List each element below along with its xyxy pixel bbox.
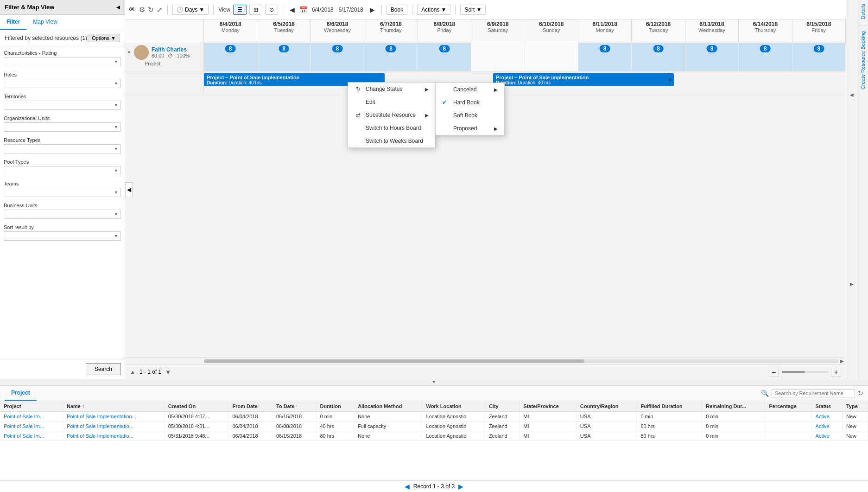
context-menu-item-substitute[interactable]: ⇄ Substitute Resource ▶	[348, 109, 435, 121]
zoom-in-button[interactable]: +	[831, 367, 841, 377]
col-header-state[interactable]: State/Province	[520, 401, 577, 412]
grid-view-button[interactable]: ⊞	[249, 5, 262, 15]
date-header-7: 6/11/2018 Monday	[578, 19, 632, 43]
options-button[interactable]: Options ▼	[88, 34, 120, 42]
col-header-city[interactable]: City	[485, 401, 519, 412]
context-menu-item-weeks-board[interactable]: Switch to Weeks Board	[348, 134, 435, 147]
row1-status-link[interactable]: Active	[816, 423, 830, 429]
col-header-duration[interactable]: Duration	[316, 401, 354, 412]
filter-select-territories[interactable]	[4, 101, 121, 110]
sidebar-collapse-icon[interactable]: ◀	[116, 5, 120, 10]
col-header-created-on[interactable]: Created On	[164, 401, 228, 412]
details-tab-button[interactable]: Details	[858, 0, 868, 23]
search-button[interactable]: Search	[86, 363, 121, 375]
row0-name-link[interactable]: Point of Sale Implementation...	[67, 414, 136, 419]
list-view-button[interactable]: ☰	[233, 5, 247, 15]
row1-name-link[interactable]: Point of Sale Implementatio...	[67, 423, 133, 429]
col-header-duration-label: Duration	[320, 403, 341, 409]
bottom-search-input[interactable]	[772, 389, 855, 397]
date-label-2: 6/6/2018	[312, 21, 363, 27]
tab-filter[interactable]: Filter	[0, 15, 26, 30]
resource-expand-icon[interactable]: ▼	[127, 50, 131, 55]
calendar-view-button[interactable]: ⊙	[265, 5, 278, 15]
filter-select-sort-result[interactable]	[4, 231, 121, 241]
row2-percentage	[765, 431, 811, 441]
zoom-out-button[interactable]: –	[769, 367, 779, 377]
col-header-remaining[interactable]: Remaining Dur...	[702, 401, 765, 412]
row2-project-link[interactable]: Point of Sale Im...	[4, 433, 44, 439]
col-header-type[interactable]: Type	[842, 401, 868, 412]
bar-end-indicator	[668, 78, 672, 82]
context-menu-item-change-status[interactable]: ↻ Change Status ▶ Canceled ▶	[348, 83, 435, 96]
submenu-item-hard-book[interactable]: ✔ Hard Book	[436, 96, 504, 109]
context-menu-item-edit[interactable]: Edit	[348, 96, 435, 109]
submenu-item-soft-book[interactable]: Soft Book	[436, 109, 504, 122]
col-header-to-date-label: To Date	[276, 403, 295, 409]
bottom-table-scroll[interactable]: Project Name ↑ Created On From Date To D…	[0, 401, 868, 480]
filter-select-roles[interactable]	[4, 79, 121, 88]
refresh-icon[interactable]: ↻	[148, 6, 154, 14]
change-status-label: Change Status	[366, 86, 402, 92]
bottom-tab-project[interactable]: Project	[5, 386, 37, 401]
scroll-right-arrow[interactable]: ▶	[838, 358, 846, 364]
filter-select-teams[interactable]	[4, 188, 121, 197]
col-header-to-date[interactable]: To Date	[272, 401, 316, 412]
next-date-button[interactable]: ▶	[368, 5, 377, 14]
next-page-button[interactable]: ▶	[458, 483, 463, 490]
bottom-refresh-btn[interactable]: ↻	[858, 390, 863, 397]
row2-name-link[interactable]: Point of Sale Implementatio...	[67, 433, 133, 439]
section-collapse-bar[interactable]: ▼	[0, 379, 868, 385]
col-header-status[interactable]: Status	[811, 401, 842, 412]
filter-select-pool-types[interactable]	[4, 166, 121, 175]
row0-status-link[interactable]: Active	[816, 414, 830, 419]
prev-date-button[interactable]: ◀	[288, 5, 297, 14]
col-header-allocation[interactable]: Allocation Method	[354, 401, 422, 412]
row1-project-link[interactable]: Point of Sale Im...	[4, 423, 44, 429]
col-header-allocation-label: Allocation Method	[358, 403, 402, 409]
tab-map-view[interactable]: Map View	[26, 15, 63, 30]
actions-label: Actions	[421, 6, 439, 13]
col-header-from-date[interactable]: From Date	[228, 401, 272, 412]
bottom-search-icon-btn[interactable]: 🔍	[761, 390, 769, 397]
filter-select-resource-types[interactable]	[4, 144, 121, 153]
col-header-work-location[interactable]: Work Location	[422, 401, 485, 412]
booking-bar-2[interactable]: Project – Point of Sale implementation D…	[493, 73, 674, 86]
calendar-grid-wrapper[interactable]: 6/4/2018 Monday 6/5/2018 Tuesday 6/6/201…	[125, 19, 846, 357]
submenu-item-proposed[interactable]: Proposed ▶	[436, 122, 504, 135]
filter-select-business-units[interactable]	[4, 210, 121, 219]
row0-to: 06/15/2018	[272, 412, 316, 422]
hard-book-label: Hard Book	[453, 99, 480, 106]
hours-badge-3: 8	[386, 45, 396, 52]
create-resource-booking-button[interactable]: Create Resource Booking	[858, 27, 868, 93]
right-expand-btn[interactable]: ▶	[850, 190, 854, 379]
row0-project-link[interactable]: Point of Sale Im...	[4, 414, 44, 419]
settings-icon[interactable]: ⚙	[139, 6, 145, 14]
right-collapse-btn[interactable]: ◀	[850, 0, 854, 190]
col-header-project[interactable]: Project	[0, 401, 63, 412]
actions-button[interactable]: Actions ▼	[417, 5, 450, 15]
zoom-controls: – +	[769, 367, 841, 377]
context-menu: ↻ Change Status ▶ Canceled ▶	[348, 82, 436, 148]
days-button[interactable]: 🕐 Days ▼	[172, 5, 209, 15]
prev-page-button[interactable]: ◀	[405, 483, 410, 490]
row2-status-link[interactable]: Active	[816, 433, 830, 439]
pagination-down-button[interactable]: ▼	[165, 369, 171, 376]
col-header-fulfilled[interactable]: Fulfilled Duration	[637, 401, 702, 412]
book-button[interactable]: Book	[386, 5, 407, 15]
day-label-4: Friday	[419, 27, 470, 33]
expand-icon[interactable]: ⤢	[157, 6, 163, 14]
sort-button[interactable]: Sort ▼	[460, 5, 486, 15]
filter-group-roles: Roles	[4, 72, 121, 88]
filter-select-characteristics[interactable]	[4, 57, 121, 66]
eye-icon[interactable]: 👁	[129, 6, 136, 14]
col-header-name[interactable]: Name ↑	[63, 401, 165, 412]
col-header-country[interactable]: Country/Region	[576, 401, 637, 412]
submenu-item-canceled[interactable]: Canceled ▶	[436, 83, 504, 96]
context-menu-item-hours-board[interactable]: Switch to Hours Board	[348, 121, 435, 134]
sidebar-collapse-btn[interactable]: ◀	[125, 182, 133, 197]
filter-select-org-units[interactable]	[4, 122, 121, 132]
pagination-up-button[interactable]: ▲	[130, 369, 136, 376]
horizontal-scrollbar[interactable]: ▶	[125, 357, 846, 364]
col-header-percentage[interactable]: Percentage	[765, 401, 811, 412]
row0-remaining: 0 min	[702, 412, 765, 422]
